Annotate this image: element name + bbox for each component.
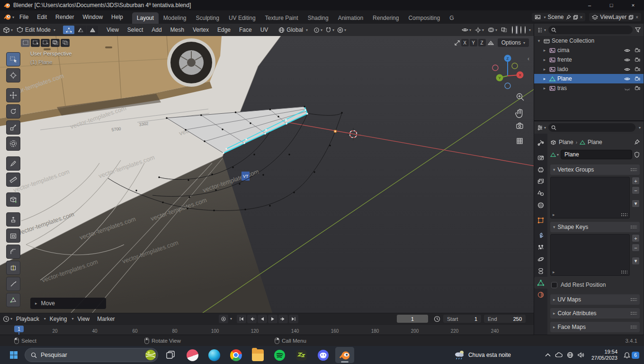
tool-scale-button[interactable] bbox=[6, 120, 20, 135]
remove-viewlayer-icon[interactable]: × bbox=[635, 15, 638, 20]
drag-grip-icon[interactable] bbox=[630, 325, 637, 329]
tool-rotate-button[interactable] bbox=[6, 104, 20, 118]
select-subtract-button[interactable] bbox=[41, 39, 50, 47]
overlays-button[interactable]: ▾ bbox=[488, 27, 497, 33]
tool-cursor-button[interactable] bbox=[6, 68, 20, 82]
next-keyframe-button[interactable] bbox=[278, 315, 288, 323]
menu-select[interactable]: Select bbox=[124, 25, 147, 35]
search-highlight-image[interactable] bbox=[145, 349, 156, 361]
editor-type-button[interactable]: ▾ bbox=[3, 27, 13, 34]
viewlayer-selector[interactable]: ViewLayer × bbox=[589, 13, 641, 21]
menu-vertex[interactable]: Vertex bbox=[189, 25, 213, 35]
chrome-button[interactable] bbox=[226, 347, 245, 363]
operator-panel[interactable]: ▸ Move bbox=[30, 298, 106, 309]
discord-button[interactable] bbox=[313, 347, 332, 363]
menu-mesh[interactable]: Mesh bbox=[167, 25, 188, 35]
task-view-button[interactable] bbox=[161, 347, 180, 363]
playhead[interactable]: 1 bbox=[14, 326, 24, 332]
correct-face-attributes-icon[interactable] bbox=[488, 40, 494, 46]
outliner-filter-button[interactable] bbox=[635, 27, 641, 33]
pivot-point-button[interactable]: ▾ bbox=[313, 27, 322, 33]
tab-tool[interactable] bbox=[534, 136, 547, 148]
select-invert-button[interactable] bbox=[51, 39, 60, 47]
tab-particles[interactable] bbox=[534, 241, 547, 253]
weather-widget[interactable]: Chuva esta noite bbox=[454, 350, 511, 360]
menu-timeline-view[interactable]: View bbox=[73, 314, 93, 324]
tab-view-layer[interactable] bbox=[534, 175, 547, 187]
tab-layout[interactable]: Layout bbox=[132, 12, 159, 24]
rendered-shading-button[interactable] bbox=[524, 26, 527, 34]
menu-help[interactable]: Help bbox=[107, 12, 127, 22]
tool-loop-cut-button[interactable] bbox=[6, 261, 20, 275]
menu-edge[interactable]: Edge bbox=[214, 25, 234, 35]
maximize-button[interactable]: □ bbox=[600, 0, 622, 10]
section-color-attributes[interactable]: ▸ Color Attributes bbox=[550, 308, 640, 318]
outliner-row-lado[interactable]: ▸ lado bbox=[534, 64, 644, 74]
tab-object[interactable] bbox=[534, 214, 547, 226]
menu-file[interactable]: File bbox=[15, 12, 33, 22]
pin-icon[interactable] bbox=[634, 139, 640, 145]
taskbar-search[interactable]: Pesquisar bbox=[25, 348, 158, 362]
mirror-y-toggle[interactable]: Y bbox=[470, 39, 477, 46]
disclosure-icon[interactable]: ▸ bbox=[542, 76, 547, 81]
drag-grip-icon[interactable] bbox=[630, 225, 637, 229]
snapping-button[interactable]: ▾ bbox=[325, 27, 334, 33]
drag-grip-icon[interactable] bbox=[630, 168, 637, 172]
menu-keying[interactable]: Keying bbox=[46, 314, 71, 324]
frame-start-field[interactable]: Start1 bbox=[443, 315, 481, 323]
outliner-row-tras[interactable]: ▸ tras bbox=[534, 83, 644, 93]
outliner-row-frente[interactable]: ▸ frente bbox=[534, 55, 644, 64]
region-toggle-chevron[interactable]: ‹ bbox=[528, 55, 529, 62]
shape-keys-list[interactable]: ▸ bbox=[550, 234, 630, 276]
solid-shading-button[interactable] bbox=[515, 26, 518, 34]
menu-edit[interactable]: Edit bbox=[33, 12, 51, 22]
vertex-select-button[interactable] bbox=[63, 26, 74, 34]
disable-render-toggle[interactable] bbox=[633, 86, 642, 91]
tab-world[interactable] bbox=[534, 199, 547, 211]
tray-chevron-up-icon[interactable] bbox=[545, 353, 551, 357]
vertex-groups-list[interactable]: ▸ bbox=[550, 177, 630, 218]
list-resize-grip[interactable] bbox=[621, 270, 627, 274]
auto-keying-button[interactable] bbox=[219, 315, 228, 323]
tab-modifiers[interactable] bbox=[534, 229, 547, 241]
pinned-app-1-button[interactable] bbox=[183, 347, 202, 363]
tab-render[interactable] bbox=[534, 152, 547, 164]
wireframe-shading-button[interactable] bbox=[511, 26, 514, 34]
hide-viewport-toggle[interactable] bbox=[623, 57, 631, 63]
scene-selector[interactable]: ▾ Scene × bbox=[532, 13, 585, 21]
hide-viewport-toggle[interactable] bbox=[623, 67, 631, 72]
previous-keyframe-button[interactable] bbox=[247, 315, 257, 323]
tool-transform-button[interactable] bbox=[6, 136, 20, 151]
section-uv-maps[interactable]: ▸ UV Maps bbox=[550, 294, 640, 305]
file-explorer-button[interactable] bbox=[248, 347, 267, 363]
frame-end-field[interactable]: End250 bbox=[484, 315, 526, 323]
timeline-ruler[interactable]: 20 40 60 80 100 120 140 160 180 200 220 … bbox=[0, 324, 534, 335]
select-set-button[interactable] bbox=[21, 39, 30, 47]
pinned-app-6-button[interactable] bbox=[292, 347, 311, 363]
tray-onedrive-icon[interactable] bbox=[555, 352, 563, 358]
section-shape-keys[interactable]: ▾ Shape Keys bbox=[550, 222, 640, 232]
pin-icon[interactable] bbox=[566, 15, 571, 20]
spotify-button[interactable] bbox=[270, 347, 289, 363]
disable-render-toggle[interactable] bbox=[633, 57, 642, 62]
drag-grip-icon[interactable] bbox=[630, 298, 637, 301]
section-face-maps[interactable]: ▸ Face Maps bbox=[550, 322, 640, 332]
mode-dropdown[interactable]: Edit Mode ▾ bbox=[14, 26, 58, 34]
menu-uv[interactable]: UV bbox=[257, 25, 272, 35]
disclosure-icon[interactable]: ▸ bbox=[542, 48, 547, 53]
tool-annotate-button[interactable] bbox=[6, 156, 20, 171]
remove-vertex-group-button[interactable]: − bbox=[632, 186, 640, 194]
new-viewlayer-icon[interactable] bbox=[628, 15, 634, 20]
start-button[interactable] bbox=[6, 347, 22, 363]
unlink-scene-icon[interactable]: × bbox=[580, 15, 583, 20]
hide-viewport-toggle[interactable] bbox=[623, 76, 631, 82]
menu-window[interactable]: Window bbox=[78, 12, 107, 22]
transform-orientation-dropdown[interactable]: Global ▾ bbox=[276, 26, 311, 34]
tab-scene[interactable] bbox=[534, 187, 547, 199]
tool-bevel-button[interactable] bbox=[6, 245, 20, 259]
datablock-name-field[interactable]: Plane bbox=[561, 150, 632, 159]
gizmo-x-neg-axis[interactable] bbox=[492, 65, 498, 71]
hide-viewport-toggle[interactable] bbox=[623, 86, 631, 91]
tab-compositing[interactable]: Compositing bbox=[403, 12, 445, 24]
face-select-button[interactable] bbox=[87, 26, 98, 34]
